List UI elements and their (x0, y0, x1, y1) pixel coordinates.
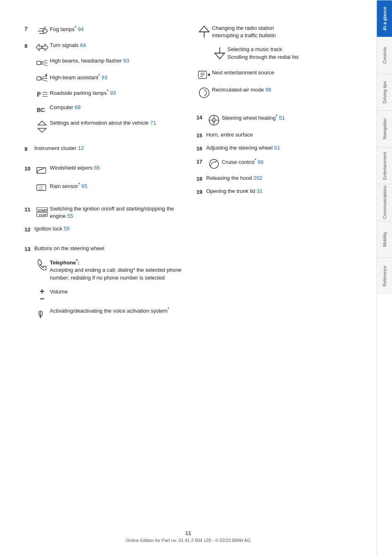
svg-text:STOP: STOP (39, 214, 47, 217)
item-12-text: Ignition lock 55 (34, 225, 184, 233)
item-13-vol-icon: + − (34, 286, 50, 301)
item-13-tel-text: Telephone*: Accepting and ending a call;… (50, 258, 184, 282)
sidebar-tab-driving-tips[interactable]: Driving tips (377, 74, 392, 110)
item-10-wiper-text: Windshield wipers 65 (50, 164, 184, 172)
item-10-rain-text: Rain sensor* 65 (50, 181, 184, 190)
item-13-header-row: 13 Buttons on the steering wheel (24, 245, 184, 253)
right-r2-icon (196, 69, 212, 80)
svg-rect-12 (37, 77, 41, 80)
item-13-tel-icon (34, 258, 50, 271)
item-11-icon: START STOP (34, 205, 50, 218)
item-17-icon (206, 157, 222, 170)
right-r1b-down-icon (212, 46, 227, 60)
item-16-number: 16 (196, 144, 206, 152)
item-13-number: 13 (24, 245, 34, 253)
item-12-row: 12 Ignition lock 55 (24, 225, 184, 233)
item-15-row: 15 Horn, entire surface (196, 131, 356, 139)
right-r3-row: Recirculated-air mode 98 (196, 86, 356, 98)
item-17-text: Cruise control* 66 (222, 157, 356, 166)
item-17-number: 17 (196, 157, 206, 166)
item-9-text: Instrument cluster 12 (34, 145, 184, 152)
item-13-vol-text: Volume (50, 286, 184, 295)
item-11-number: 11 (24, 205, 34, 213)
item-8-row: 8 Turn signals 64 (24, 42, 184, 52)
sidebar: At a glance Controls Driving tips Naviga… (376, 0, 392, 555)
svg-text:⛆: ⛆ (38, 186, 43, 190)
item-8-sub2-text: High-beam assistant* 93 (50, 73, 184, 82)
item-13-voice-text: Activating/deactivating the voice activa… (50, 306, 184, 315)
item-8-sub1-row: High beams, headlamp flasher 93 (24, 57, 184, 68)
svg-point-52 (209, 159, 218, 168)
item-11-text: Switching the ignition on/off and starti… (50, 205, 184, 220)
svg-line-15 (41, 79, 47, 81)
sidebar-tab-communications[interactable]: Communications (377, 184, 392, 221)
sidebar-tab-controls[interactable]: Controls (377, 37, 392, 74)
svg-text:START: START (38, 209, 48, 212)
sidebar-tab-reference[interactable]: Reference (377, 257, 392, 294)
item-17-row: 17 Cruise control* 66 (196, 157, 356, 170)
item-10-wiper-icon (34, 164, 50, 177)
item-8-sub1-text: High beams, headlamp flasher 93 (50, 57, 184, 65)
svg-line-26 (38, 168, 44, 171)
item-8-sub5-row: Settings and information about the vehic… (24, 119, 184, 133)
svg-line-11 (41, 64, 47, 66)
item-18-number: 18 (196, 175, 206, 183)
svg-text:P: P (37, 91, 41, 98)
item-13-voice-icon: 🎙 (34, 306, 50, 319)
sidebar-tab-navigation[interactable]: Navigation (377, 110, 392, 147)
sidebar-tab-mobility[interactable]: Mobility (377, 221, 392, 257)
right-r3-icon (196, 86, 212, 98)
svg-marker-6 (36, 44, 42, 51)
right-r1-up-icon (196, 25, 212, 38)
item-8-sub2-row: High-beam assistant* 93 (24, 73, 184, 83)
item-18-row: 18 Releasing the hood 202 (196, 175, 356, 183)
sidebar-tab-at-a-glance[interactable]: At a glance (377, 0, 392, 37)
svg-marker-43 (207, 73, 210, 76)
right-r1-text: Changing the radio station Interrupting … (212, 25, 356, 39)
right-r1b-text: Selecting a music track Scrolling throug… (227, 46, 356, 60)
svg-point-44 (199, 88, 209, 98)
item-7-icon (34, 25, 50, 37)
item-9-number: 9 (24, 145, 34, 153)
svg-marker-38 (215, 53, 225, 59)
sidebar-tab-entertainment[interactable]: Entertainment (377, 147, 392, 184)
svg-marker-23 (38, 121, 46, 125)
svg-text:|||: ||| (212, 119, 215, 123)
item-9-row: 9 Instrument cluster 12 (24, 145, 184, 153)
svg-marker-35 (199, 26, 209, 32)
item-16-text: Adjusting the steering wheel 51 (206, 144, 356, 152)
right-r3-text: Recirculated-air mode 98 (212, 86, 356, 94)
item-8-sub3-icon: P (34, 88, 50, 99)
svg-rect-8 (37, 61, 41, 65)
item-12-number: 12 (24, 225, 34, 233)
svg-marker-24 (38, 128, 46, 132)
item-8-text: Turn signals 64 (50, 42, 184, 49)
item-14-number: 14 (196, 113, 206, 121)
svg-text:BC: BC (37, 107, 45, 113)
item-8-sub3-text: Roadside parking lamps* 93 (50, 88, 184, 97)
page-number: 11 (0, 530, 376, 536)
item-10-number-row: 10 Windshield wipers 65 (24, 164, 184, 177)
item-19-text: Opening the trunk lid 31 (206, 188, 356, 195)
item-15-number: 15 (196, 131, 206, 139)
item-19-row: 19 Opening the trunk lid 31 (196, 188, 356, 196)
item-10-rain-row: ⛆ Rain sensor* 65 (24, 181, 184, 194)
svg-line-9 (41, 60, 47, 62)
right-r2-text: Next entertainment source (212, 69, 356, 76)
item-8-sub5-text: Settings and information about the vehic… (50, 119, 184, 127)
item-14-icon: ||| (206, 113, 222, 126)
item-10-number: 10 (24, 164, 34, 172)
svg-marker-7 (42, 44, 48, 51)
item-8-sub4-row: BC Computer 69 (24, 104, 184, 114)
item-8-sub2-icon (34, 73, 50, 83)
right-r2-row: Next entertainment source (196, 69, 356, 80)
item-8-sub4-icon: BC (34, 104, 50, 114)
item-14-row: 14 ||| (196, 113, 356, 126)
item-16-row: 16 Adjusting the steering wheel 51 (196, 144, 356, 152)
item-8-number: 8 (24, 42, 34, 50)
item-8-sub4-text: Computer 69 (50, 104, 184, 111)
item-13-vol-row: + − Volume (24, 286, 184, 301)
item-8-icon (34, 42, 50, 52)
item-7-text: Fog lamps* 94 (50, 25, 184, 34)
item-13-voice-row: 🎙 Activating/deactivating the voice acti… (24, 306, 184, 319)
